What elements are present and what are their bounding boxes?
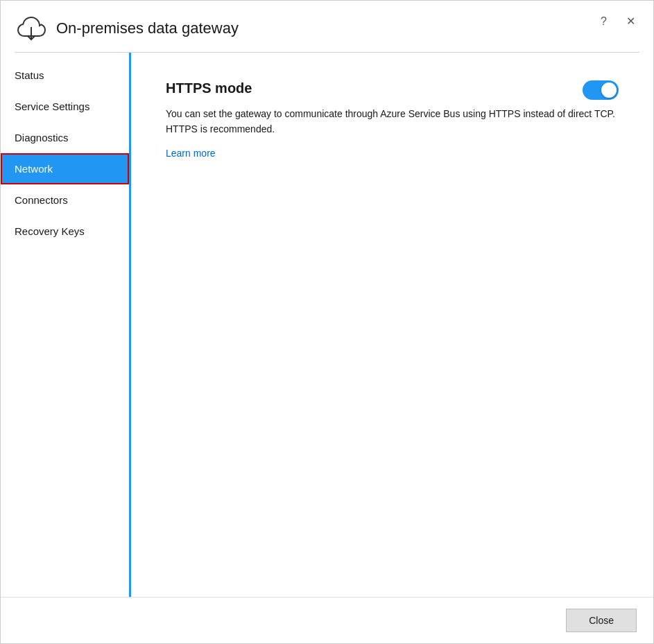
footer: Close [1, 597, 653, 643]
https-mode-toggle-container [583, 80, 619, 100]
content-area: Status Service Settings Diagnostics Netw… [1, 53, 653, 597]
sidebar-item-connectors[interactable]: Connectors [1, 184, 129, 216]
help-button[interactable]: ? [596, 14, 611, 29]
toggle-knob [601, 82, 617, 98]
https-mode-title: HTTPS mode [166, 80, 619, 96]
main-content: HTTPS mode You can set the gateway to co… [131, 53, 653, 597]
sidebar-item-diagnostics[interactable]: Diagnostics [1, 122, 129, 153]
title-controls: ? ✕ [596, 13, 639, 29]
title-left: On-premises data gateway [15, 12, 239, 45]
learn-more-link[interactable]: Learn more [166, 148, 216, 159]
app-title: On-premises data gateway [56, 19, 239, 37]
close-button[interactable]: Close [566, 609, 637, 632]
sidebar-item-recovery-keys[interactable]: Recovery Keys [1, 216, 129, 247]
sidebar-item-status[interactable]: Status [1, 60, 129, 91]
window-close-button[interactable]: ✕ [622, 13, 639, 29]
sidebar-item-service-settings[interactable]: Service Settings [1, 91, 129, 122]
cloud-icon [15, 12, 48, 45]
title-bar: On-premises data gateway ? ✕ [1, 1, 653, 52]
app-window: On-premises data gateway ? ✕ Status Serv… [0, 0, 654, 644]
sidebar: Status Service Settings Diagnostics Netw… [1, 53, 131, 597]
https-mode-description: You can set the gateway to communicate t… [166, 106, 617, 137]
sidebar-item-network[interactable]: Network [1, 153, 129, 184]
https-mode-toggle[interactable] [583, 80, 619, 100]
